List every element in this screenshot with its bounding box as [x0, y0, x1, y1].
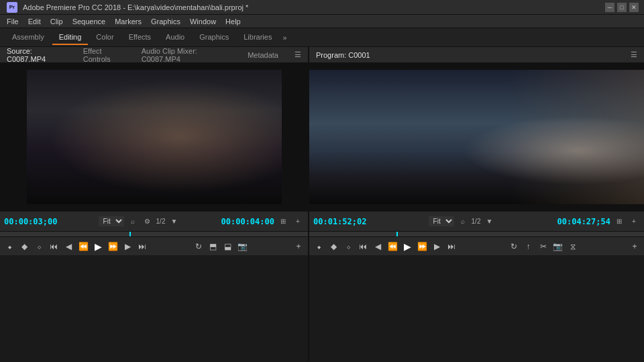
source-zoom-icon[interactable]: ⌕: [127, 216, 139, 228]
menubar: File Edit Clip Sequence Markers Graphics…: [0, 15, 644, 28]
main-area: Source: C0087.MP4 Effect Controls Audio …: [0, 47, 644, 362]
program-trim-monitor[interactable]: ⧖: [566, 240, 580, 253]
menu-sequence[interactable]: Sequence: [68, 16, 110, 27]
program-timecode-out: 00:04:27;54: [557, 217, 610, 226]
program-zoom-select[interactable]: Fit: [429, 216, 454, 226]
source-play-button[interactable]: ▶: [91, 240, 105, 253]
source-fraction-select[interactable]: ▼: [168, 216, 180, 228]
workspace-more-button[interactable]: »: [280, 32, 289, 43]
source-panel-tabs: Source: C0087.MP4 Effect Controls Audio …: [0, 47, 308, 63]
source-next-clip[interactable]: ⏩: [106, 240, 119, 253]
program-export-frame[interactable]: 📷: [551, 240, 565, 253]
source-mark-in[interactable]: ⬥: [3, 240, 16, 253]
source-loop[interactable]: ↻: [192, 240, 205, 253]
program-lift[interactable]: ↑: [522, 240, 535, 253]
program-play-button[interactable]: ▶: [400, 240, 414, 253]
program-add-button-2[interactable]: +: [628, 240, 641, 253]
source-panel-menu-icon[interactable]: ☰: [292, 49, 304, 60]
source-zoom-select[interactable]: Fit: [99, 216, 124, 226]
premiere-logo-icon: Pr: [7, 2, 17, 13]
menu-markers[interactable]: Markers: [111, 16, 146, 27]
source-video-frame: [0, 63, 308, 211]
program-zoom-icon[interactable]: ⌕: [457, 216, 469, 228]
source-safe-margins[interactable]: ⊞: [277, 216, 289, 228]
program-add-marker[interactable]: ◆: [327, 240, 340, 253]
program-go-to-out[interactable]: ⏭: [445, 240, 458, 253]
close-button[interactable]: ✕: [629, 3, 639, 12]
tab-libraries[interactable]: Libraries: [237, 30, 278, 45]
source-mark-out[interactable]: ⬦: [32, 240, 46, 253]
titlebar-title: Adobe Premiere Pro CC 2018 - E:\karya\vi…: [23, 3, 248, 11]
source-timebar[interactable]: [0, 231, 308, 236]
tab-color[interactable]: Color: [89, 30, 120, 45]
source-transport-bar: ⬥ ◆ ⬦ ⏮ ◀ ⏪ ▶ ⏩ ▶ ⏭ ↻ ⬒ ⬓ 📷 +: [0, 236, 308, 255]
program-panel-menu-icon[interactable]: ☰: [628, 49, 640, 60]
source-go-to-out[interactable]: ⏭: [136, 240, 149, 253]
source-step-fwd[interactable]: ▶: [121, 240, 134, 253]
program-loop[interactable]: ↻: [507, 240, 521, 253]
source-panel: Source: C0087.MP4 Effect Controls Audio …: [0, 47, 309, 362]
program-timebar[interactable]: [309, 231, 644, 236]
program-add-button[interactable]: +: [628, 216, 640, 228]
program-next-clip[interactable]: ⏩: [415, 240, 429, 253]
menu-edit[interactable]: Edit: [24, 16, 45, 27]
program-fraction-select[interactable]: ▼: [483, 216, 495, 228]
svg-rect-7: [309, 124, 644, 178]
source-fraction: 1/2: [156, 218, 166, 225]
program-monitor-controls: 00:01:52;02 Fit ⌕ 1/2 ▼ 00:04:27;54 ⊞ +: [309, 211, 644, 231]
source-add-button-2[interactable]: +: [292, 240, 305, 253]
app-logo: Pr: [5, 2, 19, 13]
titlebar-controls[interactable]: ─ □ ✕: [605, 3, 639, 12]
program-extract[interactable]: ✂: [537, 240, 550, 253]
program-go-to-in[interactable]: ⏮: [356, 240, 370, 253]
program-prev-clip[interactable]: ⏪: [386, 240, 399, 253]
program-safe-margins[interactable]: ⊞: [613, 216, 625, 228]
tab-metadata[interactable]: Metadata: [245, 50, 281, 60]
maximize-button[interactable]: □: [617, 3, 627, 12]
program-step-fwd[interactable]: ▶: [430, 240, 443, 253]
source-timecode-out: 00:00:04:00: [221, 217, 274, 226]
tab-program[interactable]: Program: C0001: [313, 50, 373, 60]
source-add-marker[interactable]: ◆: [17, 240, 31, 253]
svg-rect-3: [27, 150, 282, 204]
source-export-frame[interactable]: 📷: [236, 240, 250, 253]
menu-file[interactable]: File: [3, 16, 23, 27]
svg-rect-0: [27, 70, 282, 204]
source-overwrite[interactable]: ⬓: [221, 240, 235, 253]
source-settings-button[interactable]: ⚙: [142, 216, 154, 228]
program-panel: Program: C0001 ☰: [309, 47, 644, 362]
tab-audio[interactable]: Audio: [159, 30, 191, 45]
tab-effects[interactable]: Effects: [122, 30, 158, 45]
program-mark-in[interactable]: ⬥: [312, 240, 325, 253]
source-insert[interactable]: ⬒: [207, 240, 220, 253]
source-monitor-controls: 00:00:03;00 Fit ⌕ ⚙ 1/2 ▼ 00:00:04:00 ⊞ …: [0, 211, 308, 231]
minimize-button[interactable]: ─: [605, 3, 614, 12]
svg-rect-10: [571, 159, 580, 180]
program-video-frame: [309, 63, 644, 211]
tab-assembly[interactable]: Assembly: [5, 30, 51, 45]
titlebar-left: Pr Adobe Premiere Pro CC 2018 - E:\karya…: [5, 2, 248, 13]
svg-point-1: [114, 137, 282, 204]
tab-source[interactable]: Source: C0087.MP4: [4, 46, 75, 64]
source-go-to-in[interactable]: ⏮: [47, 240, 60, 253]
program-mark-out[interactable]: ⬦: [341, 240, 355, 253]
tab-editing[interactable]: Editing: [52, 30, 89, 45]
program-fraction: 1/2: [472, 218, 481, 225]
source-prev-clip[interactable]: ⏪: [76, 240, 90, 253]
tab-audio-clip-mixer[interactable]: Audio Clip Mixer: C0087.MP4: [139, 46, 239, 64]
program-timecode-in: 00:01:52;02: [313, 217, 366, 226]
tab-graphics[interactable]: Graphics: [193, 30, 235, 45]
tab-effect-controls[interactable]: Effect Controls: [80, 46, 133, 64]
menu-window[interactable]: Window: [186, 16, 220, 27]
source-step-back[interactable]: ◀: [62, 240, 75, 253]
svg-point-9: [569, 142, 582, 159]
menu-clip[interactable]: Clip: [46, 16, 67, 27]
svg-rect-6: [309, 70, 644, 204]
program-playhead-bar: [396, 232, 398, 236]
program-step-back[interactable]: ◀: [371, 240, 384, 253]
source-add-button[interactable]: +: [292, 216, 304, 228]
menu-help[interactable]: Help: [221, 16, 245, 27]
menu-graphics[interactable]: Graphics: [147, 16, 184, 27]
titlebar: Pr Adobe Premiere Pro CC 2018 - E:\karya…: [0, 0, 644, 15]
workspace-bar: Assembly Editing Color Effects Audio Gra…: [0, 28, 644, 47]
